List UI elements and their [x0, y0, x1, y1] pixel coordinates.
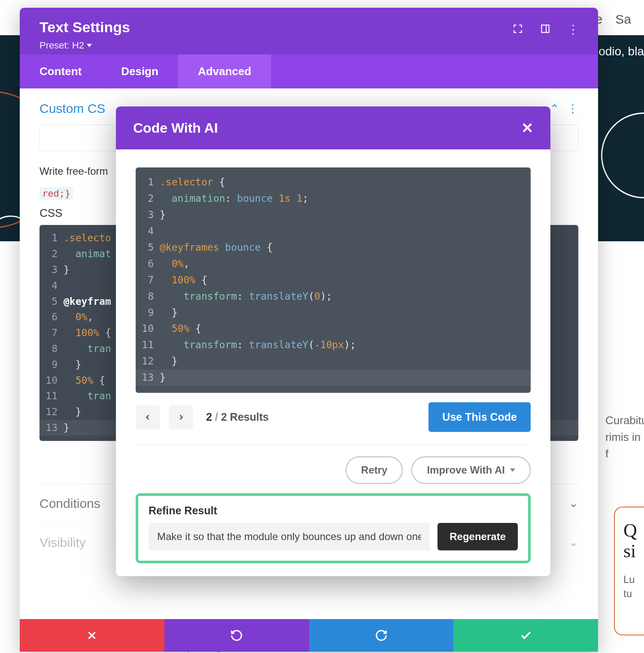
accordion-title: Conditions [39, 496, 100, 511]
modal-tabs: Content Design Advanced [20, 55, 598, 88]
preset-selector[interactable]: Preset: H2 [39, 40, 130, 51]
next-result-button[interactable] [169, 405, 193, 429]
expand-icon[interactable] [512, 23, 523, 36]
chevron-down-icon: ⌄ [569, 536, 578, 549]
redo-button[interactable] [309, 619, 454, 652]
code-chip: red;} [39, 187, 73, 200]
divider [136, 445, 531, 445]
regenerate-button[interactable]: Regenerate [437, 523, 518, 550]
kebab-menu-icon[interactable]: ⋮ [567, 102, 578, 115]
retry-button[interactable]: Retry [346, 456, 403, 484]
result-counter: 2 / 2 Results [206, 411, 269, 423]
section-title-custom-css[interactable]: Custom CS [39, 101, 105, 116]
panel-layout-icon[interactable] [540, 23, 551, 36]
modal-title: Text Settings [39, 19, 130, 36]
close-button[interactable] [20, 619, 164, 652]
decorative-circle [601, 112, 644, 198]
chevron-down-icon: ⌄ [569, 497, 578, 510]
accordion-title: Visibility [39, 535, 86, 550]
side-card-fragment: Q si Lutu [614, 507, 644, 635]
collapse-icon[interactable]: ⌃ [550, 102, 559, 115]
refine-input[interactable] [149, 523, 430, 550]
chevron-down-icon [510, 468, 515, 472]
ai-modal-header: Code With AI ✕ [116, 106, 550, 149]
result-nav: 2 / 2 Results Use This Code [136, 402, 531, 432]
prev-result-button[interactable] [136, 405, 160, 429]
ai-code-preview[interactable]: 1.selector {2 animation: bounce 1s 1;3}4… [136, 167, 531, 393]
modal-header: Text Settings Preset: H2 ⋮ [20, 8, 598, 55]
modal-footer [20, 619, 598, 652]
close-icon[interactable]: ✕ [521, 119, 533, 137]
ai-modal-title: Code With AI [133, 120, 218, 136]
undo-button[interactable] [164, 619, 309, 652]
use-this-code-button[interactable]: Use This Code [428, 402, 531, 432]
refine-title: Refine Result [149, 504, 518, 517]
body-text-fragment: Curabitu rimis in f [605, 412, 644, 462]
refine-result-box: Refine Result Regenerate [136, 493, 531, 563]
tab-advanced[interactable]: Advanced [178, 55, 271, 88]
chevron-down-icon [87, 44, 92, 47]
tab-content[interactable]: Content [20, 55, 101, 88]
code-with-ai-modal: Code With AI ✕ 1.selector {2 animation: … [116, 106, 550, 576]
tab-design[interactable]: Design [101, 55, 178, 88]
improve-with-ai-button[interactable]: Improve With AI [411, 456, 531, 484]
save-button[interactable] [453, 619, 598, 652]
